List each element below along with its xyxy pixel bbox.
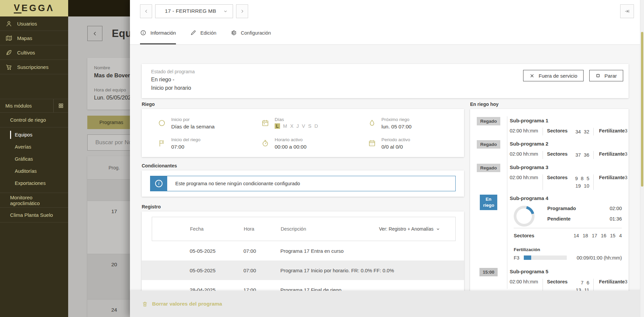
- sub-item-label: Gráficas: [15, 156, 33, 162]
- fertilizante-label: Fertilizante: [599, 175, 625, 180]
- sectores-values: 9 8 519 10: [575, 175, 589, 190]
- registro-row: 05-05-2025 07:00 Programa 17 Entra en cu…: [142, 241, 464, 261]
- fertilizacion-label: Fertilización: [514, 247, 622, 252]
- cart-icon: [5, 64, 12, 71]
- calendar-icon: [261, 119, 269, 127]
- button-label: Parar: [604, 73, 617, 79]
- chevron-down-icon: [436, 227, 440, 231]
- registro-section-title: Registro: [142, 204, 464, 209]
- stopwatch-icon: [261, 139, 269, 147]
- registro-filter-select[interactable]: Ver: Registro + Anomalías: [379, 226, 440, 232]
- my-modules-row: Mis módulos: [0, 99, 68, 113]
- field-value: 0/0 al 0/0: [381, 144, 410, 150]
- subprogram-entry-5: 15:00 Sub-programa 5 02:00 hh:mm Sectore…: [470, 268, 622, 293]
- sidebar-item-mapas[interactable]: Mapas: [0, 31, 68, 45]
- sidebar-item-suscripciones[interactable]: Suscripciones: [0, 60, 68, 74]
- sectores-values: 37 36: [576, 151, 589, 159]
- vegga-logo: VEGGΛ: [0, 0, 68, 16]
- programado-value: 02:00: [610, 206, 622, 211]
- status-badge: Regado: [477, 117, 500, 125]
- sub-item-label: Equipos: [15, 132, 32, 137]
- out-of-service-button[interactable]: Fuera de servicio: [523, 70, 584, 81]
- condicionantes-card: i Este programa no tiene ningún condicio…: [142, 170, 464, 197]
- sidebar-section-label: Control de riego: [10, 117, 46, 123]
- field-inicio-del-riego: Inicio del riego 07:00: [158, 137, 261, 156]
- weekday-letters: L M X J V S D: [275, 123, 318, 129]
- program-detail-panel: 17 - FERTIRREG MB Información Edición Co…: [130, 0, 644, 317]
- cell-hora: 07:00: [243, 268, 280, 273]
- program-select[interactable]: 17 - FERTIRREG MB: [155, 4, 233, 18]
- fertilizante-value: 3: [625, 128, 628, 133]
- tab-label: Información: [150, 30, 176, 36]
- sidebar-item-label: Suscripciones: [17, 64, 48, 70]
- sidebar-item-control-de-riego[interactable]: Control de riego: [0, 113, 68, 127]
- program-select-value: 17 - FERTIRREG MB: [165, 8, 216, 14]
- sidebar-item-clima-planta-suelo[interactable]: Clima Planta Suelo: [0, 208, 68, 223]
- sidebar-item-averias[interactable]: Averías: [0, 141, 68, 153]
- programado-label: Programado: [547, 206, 576, 211]
- tab-edicion[interactable]: Edición: [190, 22, 217, 44]
- subprogram-entry-3: Regado Sub-programa 3 02:00 hh:mm Sector…: [470, 164, 622, 190]
- registro-card: Fecha Hora Descripción Ver: Registro + A…: [142, 211, 464, 296]
- field-label: Horario activo: [275, 137, 307, 142]
- field-inicio-por: Inicio por Días de la semana: [158, 117, 261, 136]
- chevron-right-icon: [240, 9, 245, 14]
- stop-button[interactable]: Parar: [589, 70, 623, 81]
- fertilizante-label: Fertilizante: [599, 151, 625, 157]
- field-label: Periodo activo: [381, 137, 410, 142]
- sidebar-item-exportaciones[interactable]: Exportaciones: [0, 177, 68, 189]
- cell-descripcion: Programa 17 Entra en curso: [280, 248, 343, 254]
- sidebar-item-auditorias[interactable]: Auditorías: [0, 165, 68, 177]
- registro-row: 05-05-2025 07:00 Programa 17 Inicio por …: [142, 261, 464, 280]
- field-dias: Días L M X J V S D: [261, 117, 368, 136]
- map-icon: [5, 35, 12, 42]
- stop-square-icon: [596, 73, 600, 78]
- detail-footer: Borrar valores del programa: [130, 291, 644, 317]
- clear-program-values-button[interactable]: Borrar valores del programa: [142, 301, 222, 307]
- modules-grid-button[interactable]: [53, 99, 68, 112]
- subprogram-time: 02:00 hh:mm: [510, 174, 541, 180]
- tab-informacion[interactable]: Información: [140, 22, 176, 44]
- prev-program-button[interactable]: [140, 4, 152, 18]
- sidebar-spacer: [0, 74, 68, 99]
- tab-configuracion[interactable]: Configuración: [230, 22, 271, 44]
- field-value: Días de la semana: [171, 124, 215, 130]
- field-value: lun. 05 07:00: [381, 124, 412, 130]
- subprogram-name: Sub-programa 2: [510, 141, 628, 147]
- collapse-panel-button[interactable]: [620, 4, 634, 18]
- sidebar-item-label: Mapas: [17, 35, 32, 41]
- scrollbar-thumb[interactable]: [641, 32, 643, 187]
- sidebar-item-equipos[interactable]: Equipos: [0, 129, 68, 141]
- program-status-card: Estado del programa En riego - Inicio po…: [142, 64, 629, 98]
- fertilizante-value: 3: [625, 175, 628, 180]
- info-icon: i: [155, 180, 163, 187]
- status-badge: Regado: [477, 164, 500, 172]
- day-letter: J: [296, 123, 299, 129]
- subprogram-entry-4: En riego Sub-programa 4 Programado 02:00: [470, 195, 622, 261]
- col-descripcion: Descripción: [281, 226, 306, 232]
- next-program-button[interactable]: [236, 4, 248, 18]
- field-horario-activo: Horario activo 00:00 a 00:00: [261, 137, 368, 156]
- sidebar-item-usuarios[interactable]: Usuarios: [0, 16, 68, 31]
- sub-item-label: Averías: [15, 144, 31, 150]
- detail-tabs: Información Edición Configuración: [130, 22, 644, 45]
- chevron-left-icon: [144, 9, 149, 14]
- sub-item-label: Exportaciones: [15, 181, 46, 186]
- subprogram-name: Sub-programa 3: [510, 164, 628, 170]
- circle-icon: [158, 119, 166, 127]
- chevron-down-icon: [223, 9, 228, 14]
- sidebar-item-graficas[interactable]: Gráficas: [0, 153, 68, 165]
- sidebar-item-cultivos[interactable]: Cultivos: [0, 45, 68, 60]
- fertilizante-label: Fertilizante: [599, 279, 625, 284]
- field-periodo-activo: Periodo activo 0/0 al 0/0: [368, 137, 464, 156]
- pendiente-value: 01:36: [610, 216, 622, 222]
- day-letter: M: [283, 123, 287, 129]
- flag-icon: [158, 139, 166, 147]
- user-icon: [5, 20, 12, 27]
- fertilizante-value: 3: [625, 279, 628, 284]
- fertilizante-label: Fertilizante: [599, 128, 625, 133]
- sidebar-item-monitoreo-agroclimatico[interactable]: Monitoreo agroclimático: [0, 193, 68, 208]
- droplet-icon: [368, 119, 376, 127]
- field-label: Inicio por: [171, 117, 215, 122]
- condicionantes-section-title: Condicionantes: [142, 163, 464, 168]
